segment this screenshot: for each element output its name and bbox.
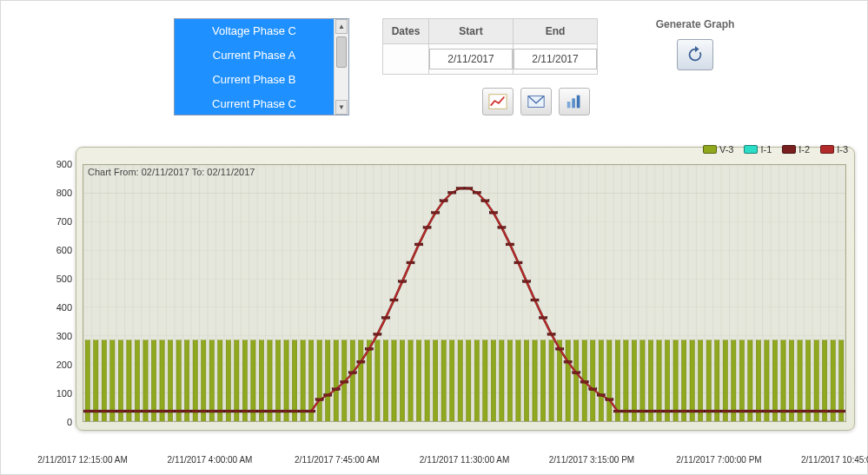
svg-rect-249	[489, 211, 497, 214]
svg-rect-250	[498, 226, 506, 228]
svg-rect-287	[805, 410, 812, 412]
svg-rect-108	[85, 340, 89, 421]
svg-rect-283	[772, 410, 779, 412]
svg-rect-200	[83, 410, 91, 412]
svg-rect-257	[556, 347, 564, 350]
svg-rect-127	[242, 340, 247, 421]
svg-rect-129	[259, 340, 263, 421]
email-button[interactable]	[520, 88, 552, 115]
y-axis-ticks: 0100200300400500600700800900	[34, 164, 76, 422]
svg-rect-0	[489, 95, 507, 109]
svg-rect-154	[467, 340, 471, 421]
y-tick-label: 200	[56, 360, 72, 370]
svg-rect-152	[450, 340, 454, 421]
legend-label: I-2	[798, 144, 810, 155]
svg-rect-226	[299, 410, 307, 412]
plot-area	[83, 164, 846, 422]
svg-rect-266	[631, 410, 639, 412]
svg-rect-176	[648, 340, 653, 421]
legend-swatch	[703, 145, 717, 154]
svg-rect-190	[765, 340, 769, 421]
y-tick-label: 700	[56, 216, 72, 227]
scroll-down-button[interactable]: ▼	[335, 100, 348, 115]
svg-rect-182	[699, 340, 703, 421]
series-listbox[interactable]: Voltage Phase C Current Phase A Current …	[174, 18, 349, 115]
chart-panel: V-3 I-1 I-2 I-3 Chart From: 02/11/2017 T…	[34, 140, 855, 450]
svg-rect-223	[275, 410, 282, 412]
start-date-input[interactable]	[429, 49, 513, 69]
svg-rect-212	[183, 410, 191, 412]
svg-rect-145	[392, 340, 396, 421]
listbox-scrollbar[interactable]: ▲ ▼	[334, 19, 348, 115]
svg-rect-269	[655, 410, 663, 412]
svg-rect-174	[632, 340, 636, 421]
svg-rect-264	[613, 410, 621, 412]
y-tick-label: 800	[56, 188, 72, 198]
legend-swatch	[782, 145, 796, 154]
line-chart-icon	[488, 93, 507, 110]
svg-rect-219	[242, 410, 249, 412]
svg-rect-126	[235, 340, 239, 421]
listbox-item[interactable]: Current Phase C	[175, 92, 334, 115]
svg-rect-279	[738, 410, 745, 412]
svg-rect-179	[673, 340, 678, 421]
svg-rect-280	[746, 410, 754, 412]
svg-rect-206	[134, 410, 142, 412]
svg-rect-211	[175, 410, 182, 412]
svg-rect-256	[547, 333, 555, 335]
svg-rect-232	[348, 372, 356, 374]
svg-rect-191	[772, 340, 777, 421]
svg-rect-125	[226, 340, 230, 421]
legend-item: I-2	[782, 144, 810, 155]
svg-rect-121	[193, 340, 197, 421]
controls-row: Voltage Phase C Current Phase A Current …	[13, 10, 855, 131]
listbox-item[interactable]: Voltage Phase C	[175, 19, 334, 43]
svg-rect-147	[408, 340, 413, 421]
svg-rect-268	[647, 410, 655, 412]
svg-rect-137	[326, 340, 330, 421]
svg-rect-248	[481, 200, 489, 202]
end-date-input[interactable]	[514, 49, 597, 69]
svg-rect-267	[639, 410, 646, 412]
svg-rect-239	[407, 261, 414, 264]
chart-type-button[interactable]	[482, 88, 514, 115]
bar-chart-button[interactable]	[559, 88, 590, 115]
svg-rect-251	[507, 243, 514, 246]
svg-rect-112	[118, 340, 123, 421]
svg-rect-202	[100, 410, 108, 412]
svg-rect-117	[160, 340, 164, 421]
svg-rect-277	[721, 410, 729, 412]
svg-rect-208	[150, 410, 158, 412]
svg-rect-2	[567, 102, 571, 108]
svg-rect-210	[167, 410, 175, 412]
svg-rect-284	[779, 410, 787, 412]
series-listbox-inner[interactable]: Voltage Phase C Current Phase A Current …	[175, 19, 334, 115]
legend-item: I-1	[744, 144, 772, 155]
bar-chart-icon	[565, 93, 584, 110]
svg-rect-229	[324, 394, 332, 397]
svg-rect-114	[135, 340, 139, 421]
mail-icon	[527, 93, 546, 110]
svg-rect-184	[715, 340, 719, 421]
x-tick-label: 2/11/2017 10:45:00 PM	[801, 455, 868, 465]
generate-button[interactable]	[677, 39, 713, 70]
svg-rect-289	[821, 410, 829, 412]
svg-rect-204	[117, 410, 125, 412]
legend-swatch	[820, 145, 834, 154]
svg-rect-286	[796, 410, 804, 412]
svg-rect-188	[748, 340, 752, 421]
svg-rect-240	[415, 243, 423, 246]
listbox-item[interactable]: Current Phase B	[175, 68, 334, 92]
svg-rect-185	[723, 340, 727, 421]
y-tick-label: 400	[56, 302, 72, 313]
listbox-item[interactable]: Current Phase A	[175, 43, 334, 68]
scroll-thumb[interactable]	[336, 36, 347, 68]
svg-rect-183	[706, 340, 711, 421]
legend-item: V-3	[703, 144, 734, 155]
svg-rect-132	[284, 340, 288, 421]
scroll-up-button[interactable]: ▲	[335, 19, 348, 34]
svg-rect-233	[357, 360, 365, 363]
svg-rect-148	[416, 340, 421, 421]
svg-rect-123	[209, 340, 214, 421]
svg-rect-262	[597, 394, 605, 397]
